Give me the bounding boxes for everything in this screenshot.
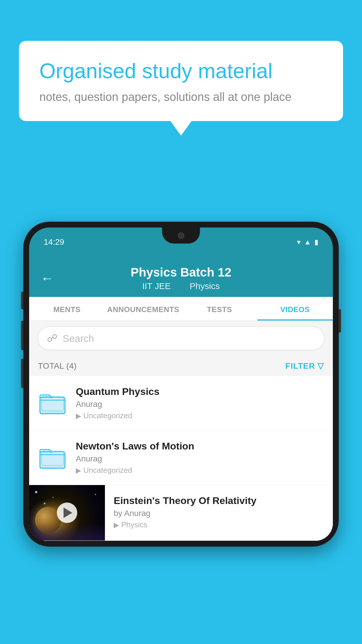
status-time: 14:29: [44, 237, 64, 247]
list-item[interactable]: Quantum Physics Anurag ▶ Uncategorized: [29, 376, 333, 430]
search-icon: ☍: [47, 332, 57, 344]
play-icon: [64, 508, 72, 518]
video-author: by Anurag: [114, 509, 324, 518]
power-button: [339, 309, 341, 332]
video-author: Anurag: [76, 400, 324, 409]
filter-icon: ▽: [317, 361, 324, 371]
video-info: Quantum Physics Anurag ▶ Uncategorized: [76, 386, 324, 420]
tag-icon: ▶: [76, 466, 81, 475]
video-title: Newton's Laws of Motion: [76, 440, 324, 452]
total-count: TOTAL (4): [38, 361, 77, 371]
bubble-subtitle: notes, question papers, solutions all at…: [39, 90, 323, 104]
app-header: ← Physics Batch 12 IIT JEE Physics: [29, 257, 333, 297]
video-title: Einstein's Theory Of Relativity: [114, 495, 324, 506]
tab-tests[interactable]: TESTS: [182, 297, 257, 321]
breadcrumb-iit: IIT JEE: [142, 281, 171, 291]
battery-icon: ▮: [314, 238, 318, 246]
bubble-title: Organised study material: [39, 58, 323, 83]
search-bar[interactable]: ☍ Search: [38, 327, 324, 350]
volume-up-button: [21, 292, 23, 309]
folder-icon: [39, 446, 66, 469]
speech-bubble: Organised study material notes, question…: [19, 41, 343, 121]
folder-thumbnail: [38, 443, 67, 472]
phone-frame: 14:29 ▾ ▲ ▮ ← Physics Batch 12 IIT JEE P…: [23, 222, 339, 547]
tab-ments[interactable]: MENTS: [29, 297, 105, 321]
phone-screen: ← Physics Batch 12 IIT JEE Physics MENTS…: [29, 257, 333, 541]
tab-bar: MENTS ANNOUNCEMENTS TESTS VIDEOS: [29, 297, 333, 321]
list-item[interactable]: Newton's Laws of Motion Anurag ▶ Uncateg…: [29, 430, 333, 485]
folder-icon: [39, 391, 66, 415]
page-title: Physics Batch 12: [41, 265, 321, 279]
video-tag: ▶ Physics: [114, 520, 324, 529]
breadcrumb-separator: [179, 281, 184, 291]
video-list: Quantum Physics Anurag ▶ Uncategorized: [29, 376, 333, 541]
video-info: Einstein's Theory Of Relativity by Anura…: [105, 485, 333, 539]
filter-button[interactable]: FILTER ▽: [285, 361, 324, 371]
tab-videos[interactable]: VIDEOS: [257, 297, 333, 321]
video-thumbnail: [29, 485, 105, 540]
tag-icon: ▶: [76, 412, 81, 420]
speech-bubble-container: Organised study material notes, question…: [19, 41, 343, 121]
folder-thumbnail: [38, 388, 67, 418]
status-icons: ▾ ▲ ▮: [297, 238, 318, 246]
search-input[interactable]: Search: [63, 333, 94, 344]
list-item[interactable]: Einstein's Theory Of Relativity by Anura…: [29, 485, 333, 541]
filter-bar: TOTAL (4) FILTER ▽: [29, 356, 333, 376]
silent-button: [21, 359, 23, 388]
breadcrumb-physics: Physics: [190, 281, 220, 291]
video-tag: ▶ Uncategorized: [76, 411, 324, 420]
signal-icon: ▲: [304, 238, 311, 246]
search-container: ☍ Search: [29, 321, 333, 356]
tag-icon: ▶: [114, 521, 119, 529]
tab-announcements[interactable]: ANNOUNCEMENTS: [105, 297, 182, 321]
camera: [178, 232, 184, 239]
play-button[interactable]: [57, 503, 77, 523]
filter-label: FILTER: [285, 361, 315, 371]
video-author: Anurag: [76, 454, 324, 463]
video-tag: ▶ Uncategorized: [76, 466, 324, 475]
video-title: Quantum Physics: [76, 386, 324, 397]
video-info: Newton's Laws of Motion Anurag ▶ Uncateg…: [76, 440, 324, 475]
wifi-icon: ▾: [297, 238, 301, 246]
volume-down-button: [21, 321, 23, 350]
notch: [162, 228, 200, 244]
tag-label: Uncategorized: [83, 411, 132, 420]
status-bar: 14:29 ▾ ▲ ▮: [29, 228, 333, 257]
tag-label: Uncategorized: [83, 466, 132, 475]
back-button[interactable]: ←: [41, 271, 54, 286]
tag-label: Physics: [121, 520, 147, 529]
phone-body: 14:29 ▾ ▲ ▮ ← Physics Batch 12 IIT JEE P…: [23, 222, 339, 547]
header-breadcrumb: IIT JEE Physics: [41, 281, 321, 291]
